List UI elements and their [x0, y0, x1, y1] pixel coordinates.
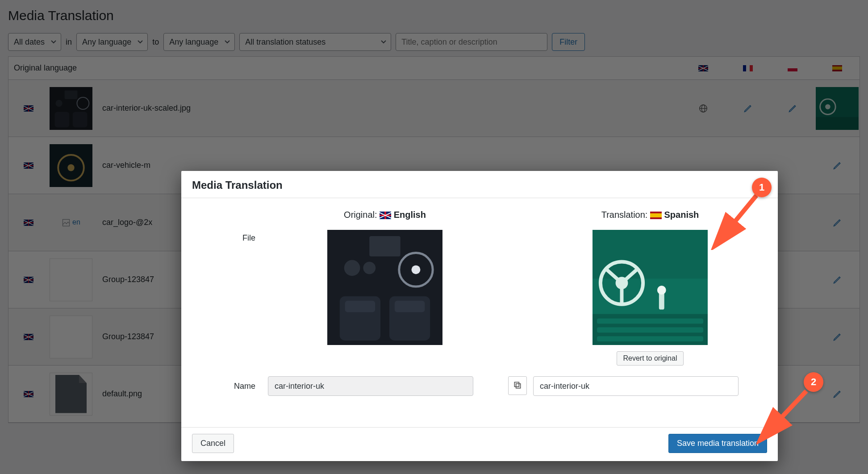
svg-rect-39 [597, 336, 703, 341]
svg-rect-38 [597, 327, 703, 333]
svg-rect-34 [659, 292, 664, 310]
annotation-arrow-1 [711, 192, 764, 250]
svg-rect-25 [345, 301, 375, 312]
original-language-label: Original: English [268, 210, 502, 220]
translation-name-input[interactable] [533, 376, 739, 396]
dialog-footer: Cancel Save media translation [181, 427, 778, 461]
svg-line-43 [764, 391, 806, 436]
translation-lang-name: Spanish [664, 210, 699, 220]
dialog-title: Media Translation [192, 179, 767, 191]
flag-uk-icon [380, 212, 391, 219]
name-row-label: Name [192, 382, 268, 391]
dialog-header: Media Translation [181, 171, 778, 198]
svg-point-21 [344, 260, 360, 276]
translation-prefix: Translation: [601, 210, 650, 220]
svg-rect-26 [395, 301, 425, 312]
svg-rect-37 [597, 318, 703, 324]
revert-to-original-button[interactable]: Revert to original [617, 351, 684, 366]
media-translation-dialog: Media Translation Original: English Tran… [181, 171, 778, 461]
svg-rect-41 [514, 382, 519, 387]
svg-rect-40 [516, 383, 521, 388]
original-name-input [268, 376, 473, 396]
annotation-arrow-2 [756, 387, 814, 445]
file-row-label: File [192, 230, 268, 243]
cancel-button[interactable]: Cancel [192, 434, 234, 453]
annotation-callout-1: 1 [752, 178, 772, 197]
translation-image[interactable] [593, 230, 708, 345]
dialog-body: Original: English Translation: Spanish F… [181, 198, 778, 427]
svg-point-20 [412, 265, 421, 274]
svg-rect-18 [369, 236, 400, 257]
svg-point-35 [657, 286, 666, 295]
original-prefix: Original: [344, 210, 380, 220]
svg-line-42 [719, 195, 756, 241]
copy-icon [513, 381, 522, 391]
original-image[interactable] [327, 230, 442, 345]
annotation-callout-2: 2 [804, 372, 823, 392]
svg-point-22 [363, 262, 376, 274]
original-lang-name: English [394, 210, 426, 220]
copy-to-translation-button[interactable] [508, 376, 527, 395]
flag-es-icon [650, 212, 662, 219]
save-media-translation-button[interactable]: Save media translation [668, 434, 767, 453]
